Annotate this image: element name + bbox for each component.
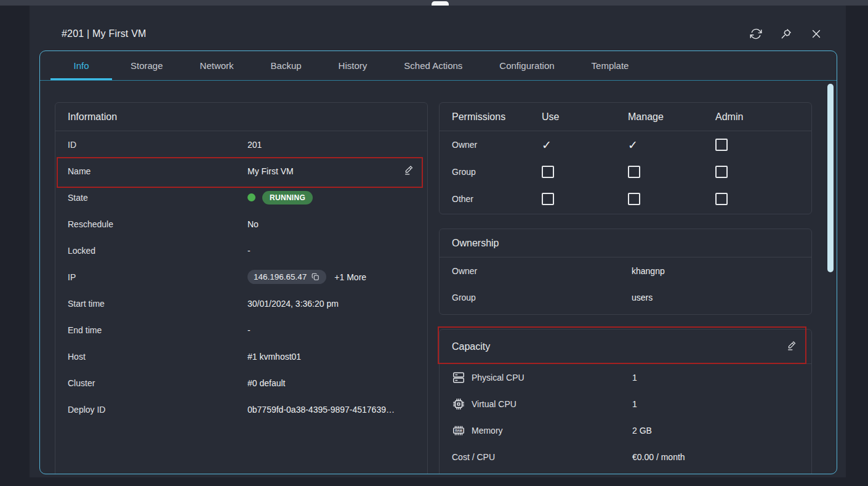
- owner-value-link[interactable]: khangnp: [632, 266, 665, 276]
- edit-name-icon[interactable]: [403, 164, 416, 178]
- state-badge: RUNNING: [262, 191, 313, 205]
- locked-value: -: [247, 246, 251, 256]
- refresh-icon[interactable]: [749, 27, 763, 41]
- perm-other-manage-checkbox[interactable]: [628, 193, 715, 205]
- tab-network[interactable]: Network: [182, 51, 252, 80]
- reschedule-label: Reschedule: [68, 219, 247, 229]
- locked-label: Locked: [68, 246, 247, 256]
- dialog-title: #201 | My First VM: [62, 28, 147, 39]
- capacity-row-physical-cpu: Physical CPU 1: [440, 364, 811, 391]
- end-time-value: -: [247, 325, 251, 335]
- tab-storage[interactable]: Storage: [112, 51, 182, 80]
- information-card-title: Information: [55, 103, 427, 131]
- ip-label: IP: [68, 272, 247, 282]
- capacity-card: Capacity Physical CPU 1 Virtual CPU 1: [439, 329, 812, 474]
- state-label: State: [68, 193, 247, 203]
- perm-group-admin-checkbox[interactable]: [715, 166, 799, 178]
- physical-cpu-value: 1: [632, 373, 637, 383]
- capacity-card-title: Capacity: [452, 341, 490, 352]
- name-value: My First VM: [247, 166, 294, 176]
- info-row-deploy-id: Deploy ID 0b7759fd-0a38-4395-9897-451763…: [55, 396, 427, 423]
- perm-other-use-checkbox[interactable]: [542, 193, 628, 205]
- permissions-col-admin: Admin: [715, 111, 799, 123]
- host-value: #1 kvmhost01: [247, 352, 301, 362]
- ip-value: 146.196.65.47: [254, 272, 307, 281]
- permissions-header: Permissions Use Manage Admin: [440, 103, 811, 131]
- cluster-label: Cluster: [68, 378, 247, 388]
- capacity-row-memory: RAM Memory 2 GB: [440, 417, 811, 443]
- id-value: 201: [247, 140, 262, 150]
- dialog-actions: [749, 19, 823, 49]
- info-row-host: Host #1 kvmhost01: [55, 343, 427, 370]
- copy-icon[interactable]: [311, 272, 320, 281]
- ip-chip[interactable]: 146.196.65.47: [247, 270, 326, 284]
- info-row-start-time: Start time 30/01/2024, 3:36:20 pm: [55, 290, 427, 317]
- info-row-reschedule: Reschedule No: [55, 211, 427, 237]
- perm-owner-use-checkbox[interactable]: [542, 138, 628, 152]
- ip-more-link[interactable]: +1 More: [334, 272, 366, 282]
- tab-history[interactable]: History: [320, 51, 386, 80]
- pin-icon[interactable]: [779, 27, 793, 41]
- start-time-value: 30/01/2024, 3:36:20 pm: [247, 299, 339, 309]
- perm-owner-manage-checkbox[interactable]: [628, 138, 715, 152]
- tab-sched-actions[interactable]: Sched Actions: [385, 51, 481, 80]
- chip-icon: [452, 397, 465, 411]
- start-time-label: Start time: [68, 299, 247, 309]
- ownership-row-owner: Owner khangnp: [440, 257, 811, 284]
- perm-other-label: Other: [452, 194, 542, 204]
- vertical-scrollbar-thumb[interactable]: [827, 84, 834, 272]
- ownership-card: Ownership Owner khangnp Group users: [439, 229, 812, 315]
- permissions-col-use: Use: [542, 111, 628, 123]
- info-row-name: Name My First VM: [55, 158, 427, 184]
- capacity-row-cost-cpu: Cost / CPU €0.00 / month: [440, 443, 811, 470]
- tab-configuration[interactable]: Configuration: [481, 51, 573, 80]
- info-row-ip: IP 146.196.65.47 +1 More: [55, 264, 427, 290]
- reschedule-value: No: [247, 219, 259, 229]
- perm-group-label: Group: [452, 167, 542, 177]
- info-row-state: State RUNNING: [55, 184, 427, 211]
- cluster-value: #0 default: [247, 378, 286, 388]
- physical-cpu-label: Physical CPU: [472, 373, 632, 383]
- virtual-cpu-label: Virtual CPU: [472, 399, 632, 409]
- tab-panel: Info Storage Network Backup History Sche…: [39, 51, 837, 474]
- close-icon[interactable]: [810, 27, 823, 41]
- permissions-row-group: Group: [440, 158, 811, 185]
- group-label: Group: [452, 293, 632, 302]
- end-time-label: End time: [68, 325, 247, 335]
- edit-capacity-icon[interactable]: [786, 340, 799, 354]
- permissions-row-other: Other: [440, 185, 811, 213]
- ram-icon: RAM: [452, 424, 465, 437]
- tab-bar: Info Storage Network Backup History Sche…: [40, 51, 837, 81]
- top-drawer-bar: [0, 0, 868, 6]
- info-row-locked: Locked -: [55, 237, 427, 264]
- id-label: ID: [68, 140, 247, 150]
- host-label: Host: [68, 352, 247, 362]
- tab-info[interactable]: Info: [50, 51, 112, 80]
- information-card: Information ID 201 Name My First VM Stat…: [55, 102, 428, 474]
- tab-backup[interactable]: Backup: [252, 51, 320, 80]
- ownership-row-group: Group users: [440, 284, 811, 310]
- capacity-row-virtual-cpu: Virtual CPU 1: [440, 391, 811, 417]
- perm-group-manage-checkbox[interactable]: [628, 166, 715, 178]
- owner-label: Owner: [452, 266, 632, 276]
- permissions-card: Permissions Use Manage Admin Owner Group…: [439, 102, 812, 214]
- info-row-end-time: End time -: [55, 317, 427, 343]
- perm-other-admin-checkbox[interactable]: [715, 193, 799, 205]
- ownership-card-title: Ownership: [440, 229, 811, 257]
- deploy-id-label: Deploy ID: [68, 405, 247, 415]
- group-value: users: [632, 293, 653, 302]
- virtual-cpu-value: 1: [632, 399, 637, 409]
- perm-owner-label: Owner: [452, 140, 542, 150]
- perm-owner-admin-checkbox[interactable]: [715, 139, 799, 151]
- deploy-id-value: 0b7759fd-0a38-4395-9897-4517639…: [247, 405, 395, 415]
- perm-group-use-checkbox[interactable]: [542, 166, 628, 178]
- permissions-col-manage: Manage: [628, 111, 715, 123]
- permissions-row-owner: Owner: [440, 131, 811, 158]
- server-icon: [452, 371, 465, 384]
- tab-template[interactable]: Template: [573, 51, 648, 80]
- capacity-card-header: Capacity: [440, 330, 811, 364]
- memory-label: Memory: [472, 426, 632, 435]
- info-row-cluster: Cluster #0 default: [55, 370, 427, 396]
- permissions-title: Permissions: [452, 111, 542, 123]
- state-dot-icon: [247, 193, 255, 201]
